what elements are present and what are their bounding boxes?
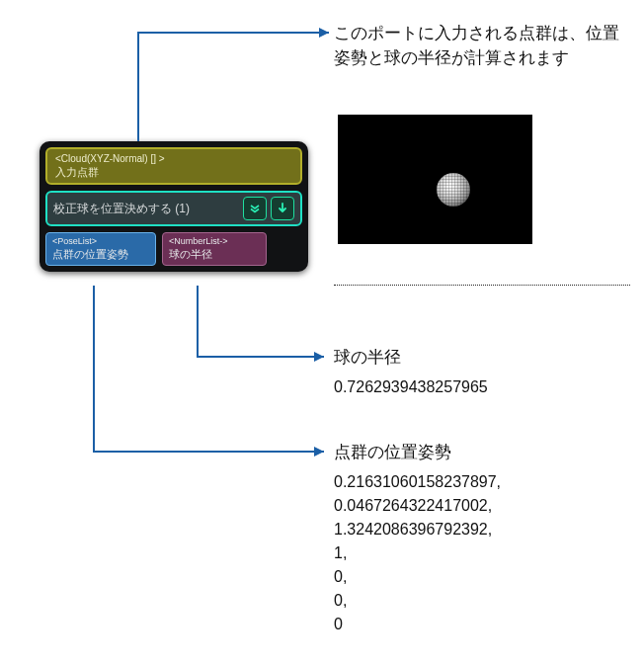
- node-title-row: 校正球を位置決めする (1): [45, 191, 302, 226]
- node-title: 校正球を位置決めする (1): [53, 197, 237, 220]
- input-port-label: 入力点群: [55, 166, 292, 180]
- output-port-number-label: 球の半径: [169, 248, 260, 262]
- arrow-down-icon: [277, 203, 288, 214]
- annotation-pose-heading: 点群の位置姿勢: [334, 441, 591, 465]
- annotation-pose-values: 0.21631060158237897,0.0467264322417002,1…: [334, 470, 501, 636]
- download-button[interactable]: [271, 197, 294, 220]
- svg-marker-0: [319, 28, 329, 38]
- separator-dotted: [334, 285, 630, 286]
- connector-overlay: [0, 0, 644, 665]
- pose-value-line: 0.0467264322417002,: [334, 494, 501, 518]
- pose-value-line: 0,: [334, 589, 501, 613]
- annotation-radius-value: 0.7262939438257965: [334, 375, 488, 398]
- chevrons-down-icon: [249, 203, 261, 214]
- output-port-number[interactable]: <NumberList-> 球の半径: [162, 232, 267, 266]
- pose-value-line: 0,: [334, 565, 501, 589]
- svg-marker-2: [314, 447, 324, 457]
- expand-button[interactable]: [243, 197, 267, 220]
- output-port-pose[interactable]: <PoseList> 点群の位置姿勢: [45, 232, 156, 266]
- output-port-pose-type: <PoseList>: [52, 236, 149, 247]
- pose-value-line: 1.3242086396792392,: [334, 518, 501, 541]
- annotation-radius-heading: 球の半径: [334, 346, 591, 371]
- svg-marker-1: [314, 352, 324, 362]
- input-port-type: <Cloud(XYZ-Normal) [] >: [55, 153, 292, 166]
- output-port-number-type: <NumberList->: [169, 236, 260, 247]
- pose-value-line: 0.21631060158237897,: [334, 470, 501, 494]
- sphere-preview: [437, 173, 470, 207]
- pose-value-line: 0: [334, 613, 501, 636]
- output-ports: <PoseList> 点群の位置姿勢 <NumberList-> 球の半径: [45, 232, 302, 266]
- pose-value-line: 1,: [334, 541, 501, 565]
- preview-thumbnail: [338, 115, 532, 244]
- node-title-buttons: [243, 197, 294, 220]
- input-port[interactable]: <Cloud(XYZ-Normal) [] > 入力点群: [45, 147, 302, 185]
- annotation-input: このポートに入力される点群は、位置姿勢と球の半径が計算されます: [334, 22, 630, 70]
- output-port-pose-label: 点群の位置姿勢: [52, 248, 149, 262]
- graph-node: <Cloud(XYZ-Normal) [] > 入力点群 校正球を位置決めする …: [40, 141, 308, 272]
